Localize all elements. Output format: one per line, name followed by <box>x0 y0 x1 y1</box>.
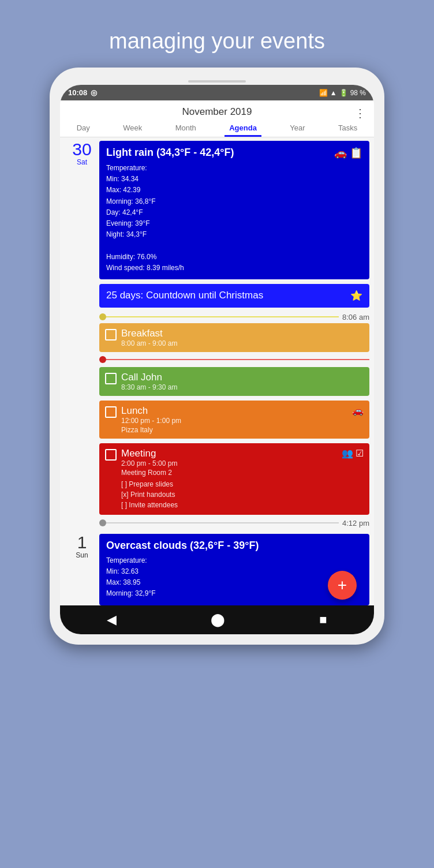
meeting-title: Meeting <box>121 448 337 459</box>
day-30-row: 30 Sat Light rain (34,3°F - 42,4°F) 🚗 📋 <box>60 137 374 311</box>
tab-day[interactable]: Day <box>72 121 95 137</box>
countdown-card[interactable]: 25 days: Countdown until Christmas ⭐ <box>99 284 369 308</box>
weather-card-2[interactable]: Overcast clouds (32,6°F - 39°F) Temperat… <box>99 534 369 605</box>
agenda-content: 30 Sat Light rain (34,3°F - 42,4°F) 🚗 📋 <box>60 137 374 605</box>
weather-title-1: Light rain (34,3°F - 42,4°F) 🚗 📋 <box>106 147 362 159</box>
breakfast-title: Breakfast <box>121 328 364 339</box>
tab-week[interactable]: Week <box>118 121 147 137</box>
battery-icon: 🔋 <box>339 89 348 97</box>
weather2-temp-label: Temperature: <box>106 555 362 566</box>
weather-wind: Wind speed: 8.39 miles/h <box>106 263 362 274</box>
day-1-section: 1 Sun Overcast clouds (32,6°F - 39°F) Te <box>60 529 374 605</box>
breakfast-wrapper: Breakfast 8:00 am - 9:00 am <box>60 323 374 354</box>
call-john-wrapper: Call John 8:30 am - 9:30 am <box>60 365 374 398</box>
phone-outer: 10:08 ◎ 📶 ▲ 🔋 98 % November 2019 ⋮ Day <box>50 68 384 645</box>
time-dot-red <box>99 356 106 363</box>
nav-home-button[interactable]: ⬤ <box>211 612 225 627</box>
time-dot-yellow <box>99 313 106 320</box>
weather-morning: Morning: 36,8°F <box>106 196 362 207</box>
lunch-title: Lunch <box>121 405 347 417</box>
nav-back-button[interactable]: ◀ <box>107 612 117 627</box>
title-bar: November 2019 ⋮ <box>60 100 374 118</box>
breakfast-body: Breakfast 8:00 am - 9:00 am <box>121 328 364 347</box>
meeting-room: Meeting Room 2 <box>121 469 337 477</box>
time-display: 10:08 <box>68 88 87 97</box>
time-dot-gray <box>99 519 106 526</box>
wifi-icon: 📶 <box>319 89 328 97</box>
meeting-time: 2:00 pm - 5:00 pm <box>121 459 337 467</box>
tab-bar: Day Week Month Agenda Year Tasks <box>60 118 374 137</box>
lunch-wrapper: Lunch 12:00 pm - 1:00 pm Pizza Italy 🚗 <box>60 398 374 441</box>
notch <box>188 80 246 83</box>
call-john-card[interactable]: Call John 8:30 am - 9:30 am <box>99 367 369 396</box>
signal-icon: ▲ <box>330 89 337 97</box>
time-indicator-red <box>60 354 374 365</box>
bottom-nav: ◀ ⬤ ■ <box>60 605 374 634</box>
lunch-time: 12:00 pm - 1:00 pm <box>121 417 347 425</box>
tab-month[interactable]: Month <box>171 121 201 137</box>
location-icon: ◎ <box>91 88 97 97</box>
lunch-body: Lunch 12:00 pm - 1:00 pm Pizza Italy <box>121 405 347 434</box>
weather-icons-1: 🚗 📋 <box>334 147 362 159</box>
time-line-gray <box>106 522 339 523</box>
breakfast-card[interactable]: Breakfast 8:00 am - 9:00 am <box>99 323 369 352</box>
meeting-checkbox[interactable] <box>105 449 117 461</box>
day-30-events: Light rain (34,3°F - 42,4°F) 🚗 📋 Tempera… <box>99 141 369 308</box>
menu-dots-button[interactable]: ⋮ <box>354 106 366 120</box>
breakfast-checkbox[interactable] <box>105 329 117 341</box>
weather2-temp-min: Min: 32.63 <box>106 566 362 577</box>
time-indicator-gray: 4:12 pm <box>60 517 374 529</box>
meeting-body: Meeting 2:00 pm - 5:00 pm Meeting Room 2… <box>121 448 337 510</box>
call-john-checkbox[interactable] <box>105 373 117 384</box>
phone-content-wrapper: 30 Sat Light rain (34,3°F - 42,4°F) 🚗 📋 <box>60 137 374 634</box>
page-wrapper: managing your events 10:08 ◎ 📶 ▲ 🔋 98 % <box>0 12 434 645</box>
weather-temp-min: Min: 34.34 <box>106 174 362 185</box>
lunch-checkbox[interactable] <box>105 406 117 418</box>
meeting-notes: [ ] Prepare slides [x] Print handouts [ … <box>121 479 337 510</box>
lunch-icon: 🚗 <box>352 405 364 416</box>
weather-day: Day: 42,4°F <box>106 207 362 218</box>
day-30-name: Sat <box>65 158 99 166</box>
countdown-text: 25 days: Countdown until Christmas <box>106 290 263 301</box>
battery-level: 98 % <box>350 89 366 97</box>
day-1-events: Overcast clouds (32,6°F - 39°F) Temperat… <box>99 534 369 605</box>
phone-inner: 10:08 ◎ 📶 ▲ 🔋 98 % November 2019 ⋮ Day <box>60 85 374 634</box>
weather-details-1: Temperature: Min: 34.34 Max: 42.39 Morni… <box>106 163 362 274</box>
nav-recent-button[interactable]: ■ <box>319 612 327 627</box>
day-1-number: 1 <box>65 534 99 551</box>
meeting-card[interactable]: Meeting 2:00 pm - 5:00 pm Meeting Room 2… <box>99 443 369 515</box>
time-indicator-yellow: 8:06 am <box>60 311 374 323</box>
time-label-afternoon: 4:12 pm <box>339 519 369 527</box>
day-1-row: 1 Sun Overcast clouds (32,6°F - 39°F) Te <box>65 534 369 605</box>
time-line-red <box>106 359 369 360</box>
notch-bar <box>60 78 374 85</box>
day-30-number: 30 <box>65 141 99 158</box>
tab-tasks[interactable]: Tasks <box>334 121 362 137</box>
tab-agenda[interactable]: Agenda <box>225 121 261 137</box>
call-john-body: Call John 8:30 am - 9:30 am <box>121 372 364 391</box>
call-john-time: 8:30 am - 9:30 am <box>121 383 364 391</box>
weather-temp-label: Temperature: <box>106 163 362 174</box>
countdown-star-icon: ⭐ <box>350 290 362 302</box>
weather-temp-max: Max: 42.39 <box>106 185 362 196</box>
time-label-morning: 8:06 am <box>339 313 369 321</box>
fab-button[interactable]: + <box>328 571 357 600</box>
weather-details-2: Temperature: Min: 32.63 Max: 38.95 Morni… <box>106 555 362 600</box>
weather-title-2: Overcast clouds (32,6°F - 39°F) <box>106 540 362 552</box>
day-1-name: Sun <box>65 551 99 559</box>
weather-night: Night: 34,3°F <box>106 229 362 240</box>
lunch-card[interactable]: Lunch 12:00 pm - 1:00 pm Pizza Italy 🚗 <box>99 401 369 439</box>
day-30-label: 30 Sat <box>65 141 99 166</box>
weather-title-text-2: Overcast clouds (32,6°F - 39°F) <box>106 540 259 552</box>
weather-card-1[interactable]: Light rain (34,3°F - 42,4°F) 🚗 📋 Tempera… <box>99 141 369 279</box>
tab-year[interactable]: Year <box>285 121 309 137</box>
meeting-icons: 👥 ☑ <box>342 448 364 459</box>
weather-title-text-1: Light rain (34,3°F - 42,4°F) <box>106 147 234 159</box>
status-bar: 10:08 ◎ 📶 ▲ 🔋 98 % <box>60 85 374 100</box>
status-left: 10:08 ◎ <box>68 88 97 97</box>
meeting-wrapper: Meeting 2:00 pm - 5:00 pm Meeting Room 2… <box>60 441 374 517</box>
title-bar-text: November 2019 <box>182 106 252 118</box>
lunch-location: Pizza Italy <box>121 426 347 434</box>
weather-humidity: Humidity: 76.0% <box>106 252 362 263</box>
status-right: 📶 ▲ 🔋 98 % <box>319 89 366 97</box>
